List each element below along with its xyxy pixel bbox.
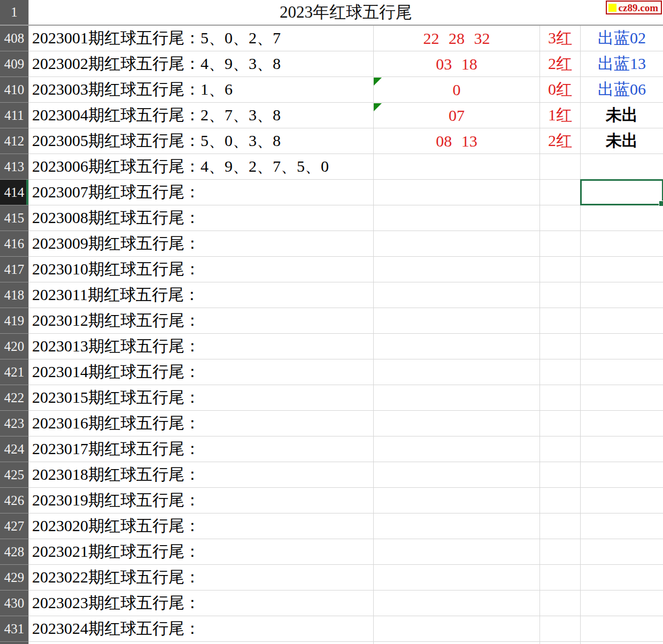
cell-red-numbers[interactable]: 03 18 — [374, 51, 540, 77]
cell-result[interactable] — [581, 462, 663, 488]
cell-period-label[interactable]: 2023010期红球五行尾： — [29, 257, 374, 282]
cell-result[interactable] — [581, 308, 663, 334]
cell-result[interactable] — [581, 488, 663, 513]
cell-result[interactable] — [581, 385, 663, 411]
cell-red-count[interactable] — [540, 205, 581, 231]
row-number[interactable]: 431 — [0, 616, 29, 642]
cell-red-numbers[interactable] — [374, 616, 540, 642]
cell-red-count[interactable] — [540, 565, 581, 591]
row-number[interactable]: 427 — [0, 513, 29, 539]
row-number[interactable]: 421 — [0, 359, 29, 385]
row-number[interactable]: 413 — [0, 154, 29, 180]
row-number[interactable]: 412 — [0, 128, 29, 154]
cell-result[interactable]: 出蓝02 — [581, 26, 663, 51]
cell-period-label[interactable]: 2023012期红球五行尾： — [29, 308, 374, 334]
cell-red-numbers[interactable] — [374, 334, 540, 359]
cell-red-numbers[interactable] — [374, 231, 540, 257]
row-number[interactable]: 428 — [0, 539, 29, 565]
fill-handle[interactable] — [659, 201, 663, 206]
cell-red-count[interactable] — [540, 282, 581, 308]
cell-period-label[interactable]: 2023002期红球五行尾：4、9、3、8 — [29, 51, 374, 77]
row-number[interactable]: 419 — [0, 308, 29, 334]
cell-result[interactable]: 出蓝13 — [581, 51, 663, 77]
cell-result[interactable] — [581, 642, 663, 644]
row-number[interactable]: 424 — [0, 436, 29, 462]
row-number[interactable]: 411 — [0, 103, 29, 128]
cell-period-label[interactable]: 2023016期红球五行尾： — [29, 411, 374, 436]
cell-red-numbers[interactable] — [374, 591, 540, 616]
cell-period-label[interactable]: 2023009期红球五行尾： — [29, 231, 374, 257]
cell-red-count[interactable]: 2红 — [540, 51, 581, 77]
cell-red-count[interactable] — [540, 257, 581, 282]
cell-red-count[interactable] — [540, 231, 581, 257]
cell-red-numbers[interactable] — [374, 180, 540, 205]
cell-red-count[interactable] — [540, 488, 581, 513]
cell-red-numbers[interactable] — [374, 385, 540, 411]
cell-red-numbers[interactable] — [374, 513, 540, 539]
row-number[interactable]: 417 — [0, 257, 29, 282]
cell-result[interactable] — [581, 257, 663, 282]
cell-result[interactable]: 未出 — [581, 103, 663, 128]
cell-period-label[interactable]: 2023015期红球五行尾： — [29, 385, 374, 411]
cell-period-label[interactable]: 2023007期红球五行尾： — [29, 180, 374, 205]
row-number[interactable]: 414 — [0, 180, 29, 205]
row-number[interactable]: 430 — [0, 591, 29, 616]
cell-period-label[interactable]: 2023018期红球五行尾： — [29, 462, 374, 488]
cell-period-label[interactable]: 2023023期红球五行尾： — [29, 591, 374, 616]
cell-result[interactable] — [581, 282, 663, 308]
cell-red-count[interactable] — [540, 539, 581, 565]
cell-red-numbers[interactable]: 07 — [374, 103, 540, 128]
row-number[interactable]: 426 — [0, 488, 29, 513]
cell-red-numbers[interactable]: 0 — [374, 77, 540, 103]
cell-red-count[interactable] — [540, 411, 581, 436]
cell-period-label[interactable]: 2023014期红球五行尾： — [29, 359, 374, 385]
cell-red-numbers[interactable] — [374, 488, 540, 513]
row-number[interactable]: 408 — [0, 26, 29, 51]
cell-result[interactable] — [581, 180, 663, 205]
cell-red-numbers[interactable] — [374, 642, 540, 644]
cell-red-numbers[interactable] — [374, 436, 540, 462]
row-number[interactable]: 425 — [0, 462, 29, 488]
cell-period-label[interactable]: 2023025期红球五行尾： — [29, 642, 374, 644]
cell-red-count[interactable] — [540, 154, 581, 180]
cell-period-label[interactable]: 2023006期红球五行尾：4、9、2、7、5、0 — [29, 154, 374, 180]
cell-red-count[interactable] — [540, 359, 581, 385]
sheet-title[interactable]: 2023年红球五行尾 — [29, 0, 663, 25]
row-number[interactable]: 432 — [0, 642, 29, 644]
cell-period-label[interactable]: 2023013期红球五行尾： — [29, 334, 374, 359]
cell-red-count[interactable] — [540, 436, 581, 462]
cell-period-label[interactable]: 2023003期红球五行尾：1、6 — [29, 77, 374, 103]
cell-period-label[interactable]: 2023004期红球五行尾：2、7、3、8 — [29, 103, 374, 128]
cell-period-label[interactable]: 2023019期红球五行尾： — [29, 488, 374, 513]
cell-red-count[interactable] — [540, 642, 581, 644]
cell-result[interactable] — [581, 539, 663, 565]
row-number[interactable]: 418 — [0, 282, 29, 308]
cell-red-numbers[interactable] — [374, 257, 540, 282]
cell-period-label[interactable]: 2023008期红球五行尾： — [29, 205, 374, 231]
cell-red-numbers[interactable] — [374, 205, 540, 231]
cell-period-label[interactable]: 2023020期红球五行尾： — [29, 513, 374, 539]
cell-period-label[interactable]: 2023011期红球五行尾： — [29, 282, 374, 308]
cell-period-label[interactable]: 2023005期红球五行尾：5、0、3、8 — [29, 128, 374, 154]
cell-red-count[interactable]: 2红 — [540, 128, 581, 154]
cell-red-count[interactable]: 1红 — [540, 103, 581, 128]
cell-red-numbers[interactable] — [374, 308, 540, 334]
cell-result[interactable]: 未出 — [581, 128, 663, 154]
cell-period-label[interactable]: 2023022期红球五行尾： — [29, 565, 374, 591]
cell-red-numbers[interactable] — [374, 462, 540, 488]
row-number[interactable]: 1 — [0, 0, 29, 25]
cell-red-count[interactable] — [540, 385, 581, 411]
cell-result[interactable] — [581, 154, 663, 180]
cell-red-numbers[interactable] — [374, 565, 540, 591]
cell-result[interactable] — [581, 565, 663, 591]
cell-result[interactable] — [581, 334, 663, 359]
cell-period-label[interactable]: 2023024期红球五行尾： — [29, 616, 374, 642]
cell-result[interactable] — [581, 436, 663, 462]
cell-red-numbers[interactable] — [374, 539, 540, 565]
cell-period-label[interactable]: 2023017期红球五行尾： — [29, 436, 374, 462]
row-number[interactable]: 415 — [0, 205, 29, 231]
cell-red-numbers[interactable] — [374, 282, 540, 308]
cell-red-count[interactable] — [540, 616, 581, 642]
row-number[interactable]: 416 — [0, 231, 29, 257]
row-number[interactable]: 422 — [0, 385, 29, 411]
